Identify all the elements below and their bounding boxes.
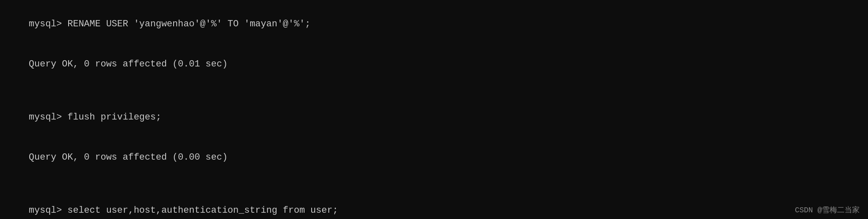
line-rename-cmd: mysql> RENAME USER 'yangwenhao'@'%' TO '…: [7, 4, 861, 44]
line-select-cmd: mysql> select user,host,authentication_s…: [7, 191, 861, 219]
watermark: CSDN @雪梅二当家: [795, 205, 860, 215]
terminal-window: mysql> RENAME USER 'yangwenhao'@'%' TO '…: [7, 4, 861, 219]
line-rename-result: Query OK, 0 rows affected (0.01 sec): [7, 44, 861, 84]
line-flush-cmd: mysql> flush privileges;: [7, 97, 861, 138]
empty-1: [7, 84, 861, 97]
line-flush-result: Query OK, 0 rows affected (0.00 sec): [7, 138, 861, 178]
empty-2: [7, 178, 861, 191]
